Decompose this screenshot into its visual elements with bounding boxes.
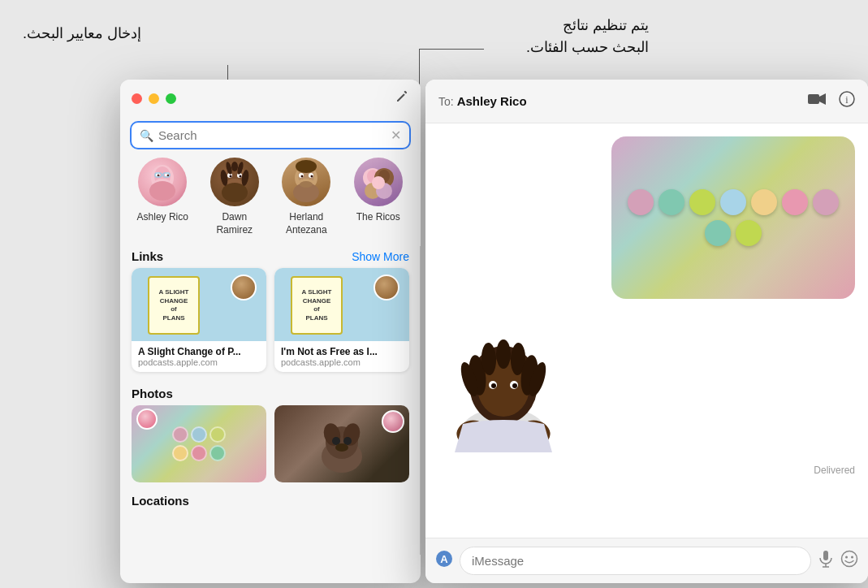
search-clear-icon[interactable]: ✕ [391,128,401,143]
podcast-avatar-1 [231,275,257,300]
contact-name-ricos: The Ricos [356,211,400,224]
svg-point-23 [231,162,238,171]
avatar-ashley [138,158,187,206]
close-button[interactable] [132,93,142,104]
contact-name-dawn: Dawn Ramirez [205,211,265,236]
chat-image-bubble [611,136,855,299]
emoji-button[interactable] [840,550,858,572]
search-bar[interactable]: 🔍 ✕ [130,121,411,149]
chat-recipient-name: Ashley Rico [457,94,808,108]
sidebar-panel: 🔍 ✕ [120,80,421,583]
chat-to-label: To: [438,95,454,108]
audio-record-button[interactable] [818,550,834,572]
contact-name-herland: Herland Antezana [276,211,336,236]
chat-body: Delivered [425,123,868,538]
photos-title: Photos [132,387,173,400]
svg-point-65 [512,383,517,388]
info-button[interactable]: i [839,91,855,111]
photos-section-header: Photos [120,380,421,405]
link-card-1[interactable]: A SLIGHTCHANGEofPLANS A Slight Change of… [132,268,266,372]
svg-point-4 [158,175,160,177]
photo-thumb-dog[interactable] [274,405,409,482]
contact-dawn-ramirez[interactable]: Dawn Ramirez [205,158,265,236]
app-store-button[interactable]: A [435,550,453,572]
svg-point-45 [332,437,340,445]
avatar-dawn [210,158,259,206]
svg-point-40 [372,176,385,189]
contact-name-ashley: Ashley Rico [137,211,188,224]
links-section-header: Links Show More [120,243,421,268]
locations-title: Locations [132,494,189,508]
contact-herland-antezana[interactable]: Herland Antezana [276,158,336,236]
svg-point-64 [491,383,496,388]
search-icon: 🔍 [140,129,153,142]
contact-ashley-rico[interactable]: Ashley Rico [132,158,192,236]
svg-point-15 [229,175,231,178]
svg-point-47 [335,443,348,452]
photos-grid [120,405,421,491]
links-title: Links [132,249,163,263]
svg-point-28 [301,175,304,178]
annotation-line-horizontal-right [419,49,484,50]
photo-person-overlay [136,409,158,430]
svg-text:i: i [845,94,849,106]
minimize-button[interactable] [149,93,159,104]
link-title-1: A Slight Change of P... [138,346,260,357]
compose-button[interactable] [395,89,409,108]
link-url-1: podcasts.apple.com [138,357,260,367]
macaron-plate-content [611,173,855,262]
svg-point-73 [842,551,857,567]
sidebar-divider [420,246,421,555]
link-card-2[interactable]: A SLIGHTCHANGEofPLANS I'm Not as Free as… [274,268,409,372]
link-info-1: A Slight Change of P... podcasts.apple.c… [132,341,266,372]
avatar-ricos [354,158,403,206]
video-call-button[interactable] [808,93,826,110]
podcast-book-cover-1: A SLIGHTCHANGEofPLANS [148,276,200,335]
chat-header-icons: i [808,91,855,111]
podcast-avatar-2 [374,275,399,300]
svg-point-46 [343,437,352,445]
svg-point-7 [149,181,175,201]
svg-point-29 [311,175,313,178]
link-thumb-2: A SLIGHTCHANGEofPLANS [274,268,409,341]
contact-the-ricos[interactable]: The Ricos [348,158,408,236]
dog-svg [309,412,374,477]
chat-panel: To: Ashley Rico i [425,80,868,583]
avatar-herland [282,158,330,206]
link-thumb-1: A SLIGHTCHANGEofPLANS [132,268,266,341]
link-info-2: I'm Not as Free as I... podcasts.apple.c… [274,341,409,372]
links-show-more-button[interactable]: Show More [352,250,409,263]
podcast-book-cover-2: A SLIGHTCHANGEofPLANS [291,276,343,335]
memoji-bubble [438,312,568,458]
chat-header: To: Ashley Rico i [425,80,868,123]
memoji-image [438,312,568,458]
svg-text:A: A [440,553,448,565]
annotation-top-right: يتم تنظيم نتائج البحث حسب الفئات. [526,15,649,58]
contacts-section: Ashley Rico [120,158,421,243]
svg-point-33 [296,160,317,173]
locations-section-label: Locations [120,491,421,511]
svg-point-16 [239,175,241,178]
delivered-status: Delivered [814,465,855,476]
photo-thumb-macarons[interactable] [132,405,266,482]
maximize-button[interactable] [166,93,176,104]
svg-point-75 [851,556,853,559]
svg-point-32 [300,181,313,188]
link-title-2: I'm Not as Free as I... [281,346,403,357]
svg-point-58 [496,339,511,369]
photo-overlay-avatar [382,410,404,433]
svg-rect-70 [823,551,828,560]
search-input[interactable] [158,128,386,142]
link-url-2: podcasts.apple.com [281,357,403,367]
message-input[interactable] [460,547,811,575]
svg-rect-48 [808,94,819,104]
chat-input-bar: A [425,538,868,583]
links-grid: A SLIGHTCHANGEofPLANS A Slight Change of… [120,268,421,380]
svg-point-74 [845,556,848,559]
macaron-decoration [171,426,227,461]
annotation-top-left: إدخال معايير البحث. [23,23,141,45]
title-bar [120,80,421,118]
